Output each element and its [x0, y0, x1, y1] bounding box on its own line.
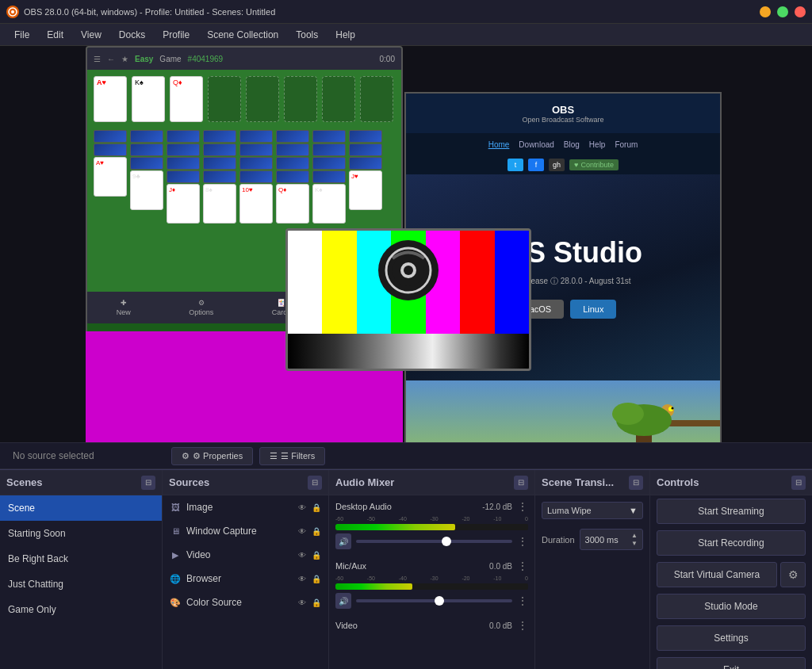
- filter-icon: ☰: [270, 451, 278, 461]
- virtual-camera-settings-btn[interactable]: ⚙: [780, 562, 806, 587]
- controls-title: Controls: [657, 476, 787, 488]
- card-back: [203, 130, 236, 143]
- video-audio-menu[interactable]: ⋮: [517, 619, 528, 632]
- audio-expand-btn[interactable]: ⊟: [514, 476, 528, 490]
- filters-button[interactable]: ☰ ☰ Filters: [259, 447, 325, 465]
- duration-input[interactable]: 3000 ms ▲ ▼: [580, 529, 643, 550]
- source-item-image[interactable]: 🖼 Image 👁 🔒: [163, 495, 328, 519]
- source-item-window-capture[interactable]: 🖥 Window Capture 👁 🔒: [163, 519, 328, 543]
- mic-volume-slider[interactable]: [356, 599, 512, 602]
- window-controls[interactable]: [760, 6, 806, 17]
- test-pattern-bottom: [288, 334, 529, 371]
- scenes-panel-header: Scenes ⊟: [0, 470, 162, 495]
- close-button[interactable]: [795, 6, 806, 17]
- card-back: [130, 157, 163, 170]
- card-back: [239, 157, 273, 170]
- desktop-volume-slider[interactable]: [356, 540, 512, 543]
- card-back: [130, 130, 163, 143]
- lock-icon[interactable]: 🔒: [311, 573, 322, 584]
- card-back: [239, 170, 273, 183]
- visibility-icon[interactable]: 👁: [297, 573, 308, 584]
- test-pattern-source: [285, 228, 531, 371]
- card-visible: Q♦: [276, 184, 309, 224]
- audio-channel-video: Video 0.0 dB ⋮: [329, 614, 534, 640]
- sources-list: 🖼 Image 👁 🔒 🖥 Window Capture 👁 🔒 ▶ Video: [163, 495, 328, 669]
- obs-nav-forum: Forum: [615, 140, 638, 149]
- mic-mute-btn[interactable]: 🔊: [335, 593, 351, 609]
- start-streaming-button[interactable]: Start Streaming: [657, 499, 806, 524]
- bar-blue: [495, 231, 529, 334]
- source-item-browser[interactable]: 🌐 Browser 👁 🔒: [163, 567, 328, 591]
- desktop-audio-menu[interactable]: ⋮: [517, 500, 528, 513]
- menu-scene-collection[interactable]: Scene Collection: [199, 27, 286, 43]
- start-recording-button[interactable]: Start Recording: [657, 530, 806, 556]
- scene-item-just-chatting[interactable]: Just Chatting: [0, 572, 162, 597]
- lock-icon[interactable]: 🔒: [311, 597, 322, 608]
- transitions-expand-btn[interactable]: ⊟: [629, 476, 643, 490]
- scene-item-be-right-back[interactable]: Be Right Back: [0, 546, 162, 572]
- game-options-btn[interactable]: ⚙ Options: [189, 299, 213, 316]
- desktop-audio-db: -12.0 dB: [482, 503, 512, 511]
- card-visible: K♠: [312, 184, 346, 224]
- visibility-icon[interactable]: 👁: [297, 549, 308, 560]
- lock-icon[interactable]: 🔒: [311, 502, 322, 513]
- properties-button[interactable]: ⚙ ⚙ Properties: [171, 447, 253, 465]
- empty-slot-4: [322, 76, 355, 122]
- visibility-icon[interactable]: 👁: [297, 502, 308, 513]
- exit-button[interactable]: Exit: [657, 657, 806, 669]
- desktop-audio-label: Desktop Audio: [335, 502, 482, 511]
- desktop-mute-btn[interactable]: 🔊: [335, 533, 351, 549]
- mic-volume-thumb[interactable]: [435, 596, 444, 606]
- duration-up-btn[interactable]: ▲: [631, 532, 638, 539]
- audio-channel-video-header: Video 0.0 dB ⋮: [335, 619, 528, 632]
- lock-icon[interactable]: 🔒: [311, 526, 322, 537]
- mic-audio-menu[interactable]: ⋮: [517, 560, 528, 572]
- bar-white: [288, 231, 322, 334]
- video-icon: ▶: [169, 549, 182, 561]
- scene-item-game-only[interactable]: Game Only: [0, 597, 162, 622]
- duration-value: 3000 ms: [585, 535, 619, 545]
- svg-point-11: [612, 403, 644, 425]
- transition-type-select[interactable]: Luma Wipe ▼: [542, 502, 643, 519]
- duration-spinners: ▲ ▼: [631, 532, 638, 547]
- settings-button[interactable]: Settings: [657, 625, 806, 651]
- menu-edit[interactable]: Edit: [39, 27, 71, 43]
- start-virtual-camera-button[interactable]: Start Virtual Camera: [657, 562, 777, 587]
- menu-tools[interactable]: Tools: [288, 27, 326, 43]
- sources-expand-btn[interactable]: ⊟: [308, 476, 322, 490]
- card-back: [312, 143, 346, 156]
- menu-docks[interactable]: Docks: [111, 27, 153, 43]
- duration-down-btn[interactable]: ▼: [631, 540, 638, 547]
- menu-help[interactable]: Help: [327, 27, 363, 43]
- duration-label: Duration: [542, 535, 575, 545]
- maximize-button[interactable]: [777, 6, 788, 17]
- game-difficulty: Easy: [135, 55, 153, 63]
- transitions-title: Scene Transi...: [542, 476, 624, 488]
- source-actions: 👁 🔒: [297, 502, 322, 513]
- desktop-volume-thumb[interactable]: [442, 537, 451, 546]
- scene-item-starting-soon[interactable]: Starting Soon: [0, 521, 162, 546]
- desktop-audio-dots[interactable]: ⋮: [517, 535, 528, 548]
- source-item-video[interactable]: ▶ Video 👁 🔒: [163, 543, 328, 567]
- lock-icon[interactable]: 🔒: [311, 549, 322, 560]
- menu-profile[interactable]: Profile: [155, 27, 197, 43]
- source-item-color[interactable]: 🎨 Color Source 👁 🔒: [163, 591, 328, 614]
- menu-file[interactable]: File: [6, 27, 37, 43]
- menu-view[interactable]: View: [73, 27, 109, 43]
- scenes-expand-btn[interactable]: ⊟: [141, 476, 155, 490]
- visibility-icon[interactable]: 👁: [297, 526, 308, 537]
- scene-item-scene[interactable]: Scene: [0, 495, 162, 521]
- studio-mode-button[interactable]: Studio Mode: [657, 594, 806, 619]
- card-col-6: Q♦: [276, 130, 309, 224]
- minimize-button[interactable]: [760, 6, 771, 17]
- controls-expand-btn[interactable]: ⊟: [791, 476, 806, 490]
- obs-linux-btn[interactable]: Linux: [570, 300, 616, 319]
- card-col-3: J♦: [167, 130, 200, 224]
- visibility-icon[interactable]: 👁: [297, 597, 308, 608]
- source-actions: 👁 🔒: [297, 526, 322, 537]
- mic-audio-label: Mic/Aux: [335, 561, 489, 571]
- game-new-btn[interactable]: ✚ New: [117, 299, 131, 316]
- card-slot-1: A♥: [94, 76, 127, 122]
- card-col-8: J♥: [349, 130, 382, 224]
- mic-audio-dots[interactable]: ⋮: [517, 594, 528, 607]
